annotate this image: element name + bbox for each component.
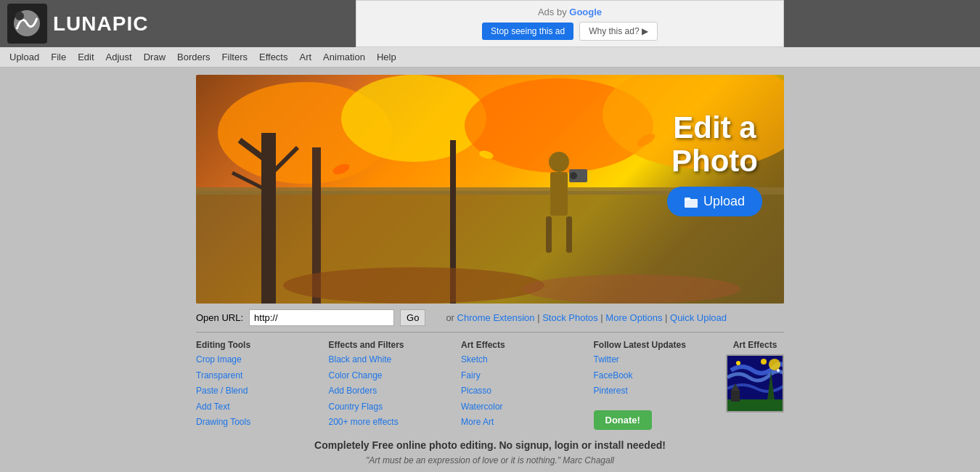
art-effects-thumbnail	[726, 354, 784, 412]
nav-upload[interactable]: Upload	[4, 49, 45, 65]
country-flags-link[interactable]: Country Flags	[329, 399, 447, 415]
bottom-section: Editing Tools Crop Image Transparent Pas…	[196, 340, 784, 431]
main-content: Edit a Photo Upload Open URL: Go or Chro…	[0, 68, 980, 472]
url-links: or Chrome Extension | Stock Photos | Mor…	[446, 312, 727, 323]
svg-rect-15	[550, 172, 568, 216]
logo-icon	[7, 4, 47, 44]
art-effects-thumb-column: Art Effects	[726, 340, 784, 431]
editing-tools-header: Editing Tools	[196, 340, 314, 350]
ad-title: Ads by Google	[538, 7, 602, 17]
fairy-link[interactable]: Fairy	[461, 368, 579, 384]
open-url-label: Open URL:	[196, 312, 243, 323]
ad-banner: Ads by Google Stop seeing this ad Why th…	[356, 0, 784, 47]
divider	[196, 332, 784, 333]
svg-rect-16	[546, 216, 552, 253]
nav-edit[interactable]: Edit	[72, 49, 99, 65]
follow-column: Follow Latest Updates Twitter FaceBook P…	[594, 340, 712, 431]
art-effects-column: Art Effects Sketch Fairy Picasso Waterco…	[461, 340, 579, 431]
logo-text: LUNAPIC	[53, 12, 148, 36]
more-art-link[interactable]: More Art	[461, 415, 579, 431]
chrome-extension-link[interactable]: Chrome Extension	[457, 312, 535, 323]
folder-icon	[685, 196, 699, 208]
picasso-link[interactable]: Picasso	[461, 383, 579, 399]
hero-headline: Edit a Photo	[667, 111, 762, 178]
quick-upload-link[interactable]: Quick Upload	[670, 312, 727, 323]
svg-point-5	[341, 75, 486, 162]
nav-borders[interactable]: Borders	[171, 49, 216, 65]
svg-point-14	[549, 152, 569, 172]
svg-point-29	[761, 359, 767, 365]
sketch-link[interactable]: Sketch	[461, 352, 579, 368]
stock-photos-link[interactable]: Stock Photos	[542, 312, 598, 323]
pinterest-link[interactable]: Pinterest	[594, 383, 712, 399]
effects-filters-column: Effects and Filters Black and White Colo…	[329, 340, 447, 431]
hero-text: Edit a Photo Upload	[667, 111, 762, 216]
watercolor-link[interactable]: Watercolor	[461, 399, 579, 415]
or-text: or	[446, 312, 454, 323]
url-input[interactable]	[249, 309, 394, 326]
upload-button-hero[interactable]: Upload	[667, 187, 762, 216]
black-white-link[interactable]: Black and White	[329, 352, 447, 368]
svg-rect-17	[566, 216, 572, 253]
more-effects-link[interactable]: 200+ more effects	[329, 415, 447, 431]
hero-image: Edit a Photo Upload	[196, 75, 784, 304]
nav-art[interactable]: Art	[293, 49, 317, 65]
svg-point-24	[523, 274, 740, 304]
svg-point-31	[769, 359, 780, 370]
svg-point-19	[570, 172, 577, 179]
nav-file[interactable]: File	[45, 49, 72, 65]
nav-draw[interactable]: Draw	[138, 49, 171, 65]
donate-button[interactable]: Donate!	[594, 410, 652, 430]
url-bar: Open URL: Go or Chrome Extension | Stock…	[196, 309, 784, 326]
effects-filters-header: Effects and Filters	[329, 340, 447, 350]
drawing-tools-link[interactable]: Drawing Tools	[196, 415, 314, 431]
paste-blend-link[interactable]: Paste / Blend	[196, 383, 314, 399]
svg-rect-26	[685, 198, 690, 200]
add-borders-link[interactable]: Add Borders	[329, 383, 447, 399]
editing-tools-column: Editing Tools Crop Image Transparent Pas…	[196, 340, 314, 431]
logo: LUNAPIC	[7, 4, 148, 44]
art-effects-header: Art Effects	[461, 340, 579, 350]
svg-point-28	[736, 361, 740, 365]
svg-rect-33	[731, 391, 740, 402]
nav-adjust[interactable]: Adjust	[100, 49, 138, 65]
crop-image-link[interactable]: Crop Image	[196, 352, 314, 368]
transparent-link[interactable]: Transparent	[196, 368, 314, 384]
footer: Completely Free online photo editing. No…	[11, 439, 969, 465]
facebook-link[interactable]: FaceBook	[594, 368, 712, 384]
svg-point-23	[283, 267, 544, 304]
nav-filters[interactable]: Filters	[216, 49, 253, 65]
footer-main-text: Completely Free online photo editing. No…	[11, 439, 969, 451]
twitter-link[interactable]: Twitter	[594, 352, 712, 368]
nav-bar: Upload File Edit Adjust Draw Borders Fil…	[0, 47, 980, 68]
color-change-link[interactable]: Color Change	[329, 368, 447, 384]
why-ad-button[interactable]: Why this ad? ▶	[579, 22, 658, 41]
stop-ad-button[interactable]: Stop seeing this ad	[482, 23, 573, 40]
google-text: Google	[569, 7, 602, 17]
nav-animation[interactable]: Animation	[317, 49, 371, 65]
nav-help[interactable]: Help	[371, 49, 402, 65]
svg-point-1	[15, 12, 24, 20]
go-button[interactable]: Go	[400, 309, 425, 326]
follow-header: Follow Latest Updates	[594, 340, 712, 350]
add-text-link[interactable]: Add Text	[196, 399, 314, 415]
art-effects-thumb-label: Art Effects	[733, 340, 777, 350]
footer-quote: "Art must be an expression of love or it…	[11, 455, 969, 465]
nav-effects[interactable]: Effects	[253, 49, 294, 65]
ad-buttons: Stop seeing this ad Why this ad? ▶	[482, 22, 658, 41]
more-options-link[interactable]: More Options	[605, 312, 662, 323]
starry-night-svg	[727, 356, 784, 412]
